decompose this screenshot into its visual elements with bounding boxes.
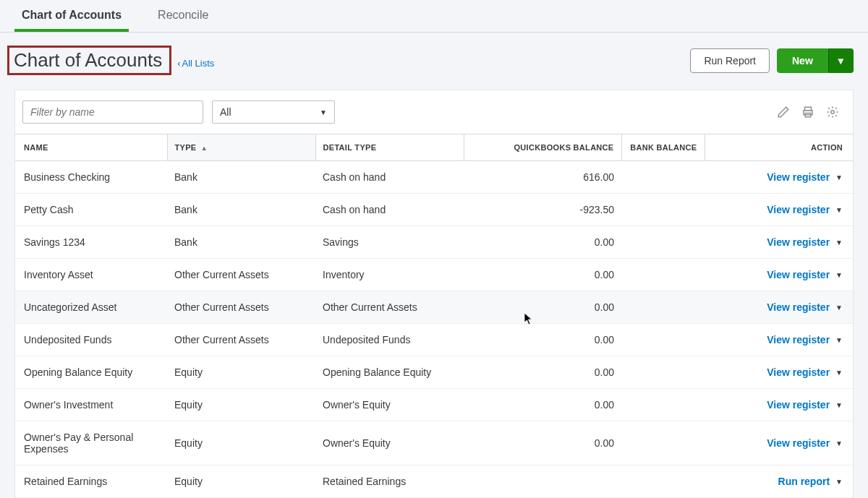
- new-dropdown-caret[interactable]: ▼: [828, 48, 854, 73]
- cell-bank-balance: [621, 465, 705, 498]
- view-register-link[interactable]: View register▼: [767, 334, 843, 345]
- table-row[interactable]: Inventory AssetOther Current AssetsInven…: [15, 259, 853, 291]
- table-controls: All ▼: [15, 90, 853, 134]
- filter-type-dropdown[interactable]: All ▼: [212, 100, 335, 124]
- cell-name: Savings 1234: [15, 226, 167, 259]
- cell-bank-balance: [621, 421, 705, 465]
- action-link-label: View register: [767, 204, 830, 215]
- table-row[interactable]: Undeposited FundsOther Current AssetsUnd…: [15, 324, 853, 356]
- cell-detail-type: Undeposited Funds: [315, 324, 464, 356]
- cell-action: View register▼: [705, 389, 853, 421]
- cell-type: Equity: [167, 356, 315, 389]
- cell-name: Business Checking: [15, 161, 167, 194]
- caret-down-icon[interactable]: ▼: [835, 336, 843, 344]
- action-link-label: View register: [767, 366, 830, 378]
- col-header-type[interactable]: TYPE ▲: [167, 134, 315, 161]
- cell-quickbooks-balance: -923.50: [464, 194, 621, 226]
- tab-chart-of-accounts[interactable]: Chart of Accounts: [14, 0, 129, 32]
- cell-name: Retained Earnings: [15, 465, 167, 498]
- view-register-link[interactable]: View register▼: [767, 204, 843, 215]
- accounts-table: NAME TYPE ▲ DETAIL TYPE QUICKBOOKS BALAN…: [15, 134, 853, 498]
- tabs-bar: Chart of Accounts Reconcile: [0, 0, 868, 33]
- cell-detail-type: Retained Earnings: [315, 465, 464, 498]
- action-link-label: View register: [767, 301, 830, 313]
- cell-detail-type: Owner's Equity: [315, 421, 464, 465]
- caret-down-icon[interactable]: ▼: [835, 206, 843, 214]
- caret-down-icon[interactable]: ▼: [835, 304, 843, 312]
- view-register-link[interactable]: View register▼: [767, 301, 843, 313]
- table-row[interactable]: Owner's Pay & Personal ExpensesEquityOwn…: [15, 421, 853, 465]
- gear-icon[interactable]: [825, 105, 840, 119]
- caret-down-icon[interactable]: ▼: [835, 271, 843, 279]
- back-link-label: All Lists: [182, 58, 214, 69]
- cell-name: Inventory Asset: [15, 259, 167, 291]
- sort-asc-icon: ▲: [201, 145, 208, 152]
- caret-down-icon[interactable]: ▼: [835, 369, 843, 377]
- caret-down-icon[interactable]: ▼: [835, 173, 843, 181]
- caret-down-icon[interactable]: ▼: [835, 439, 843, 447]
- cell-action: Run report▼: [705, 465, 853, 498]
- cell-detail-type: Savings: [315, 226, 464, 259]
- cell-type: Bank: [167, 226, 315, 259]
- run-report-link[interactable]: Run report▼: [778, 476, 843, 487]
- cell-action: View register▼: [705, 421, 853, 465]
- caret-down-icon: ▼: [836, 56, 846, 66]
- cell-action: View register▼: [705, 259, 853, 291]
- action-link-label: View register: [767, 399, 830, 411]
- filter-by-name-input[interactable]: [22, 100, 203, 124]
- caret-down-icon[interactable]: ▼: [835, 401, 843, 409]
- cell-quickbooks-balance: 0.00: [464, 421, 621, 465]
- cell-type: Other Current Assets: [167, 324, 315, 356]
- cell-name: Undeposited Funds: [15, 324, 167, 356]
- view-register-link[interactable]: View register▼: [767, 171, 843, 183]
- action-link-label: View register: [767, 236, 830, 248]
- tab-reconcile[interactable]: Reconcile: [150, 0, 216, 32]
- edit-icon[interactable]: [776, 105, 791, 119]
- cell-action: View register▼: [705, 194, 853, 226]
- page-title: Chart of Accounts: [7, 46, 171, 75]
- svg-point-3: [831, 111, 835, 114]
- cell-bank-balance: [621, 324, 705, 356]
- col-header-name[interactable]: NAME: [15, 134, 167, 161]
- table-row[interactable]: Owner's InvestmentEquityOwner's Equity0.…: [15, 389, 853, 421]
- action-link-label: View register: [767, 269, 830, 280]
- new-split-button: New ▼: [777, 48, 854, 73]
- cell-type: Equity: [167, 465, 315, 498]
- cell-quickbooks-balance: 0.00: [464, 259, 621, 291]
- view-register-link[interactable]: View register▼: [767, 437, 843, 449]
- view-register-link[interactable]: View register▼: [767, 366, 843, 378]
- cell-bank-balance: [621, 194, 705, 226]
- new-button[interactable]: New: [777, 48, 828, 73]
- caret-down-icon[interactable]: ▼: [835, 239, 843, 246]
- cell-name: Opening Balance Equity: [15, 356, 167, 389]
- table-row[interactable]: Petty CashBankCash on hand-923.50View re…: [15, 194, 853, 226]
- print-icon[interactable]: [801, 105, 815, 119]
- cell-action: View register▼: [705, 161, 853, 194]
- filter-type-value: All: [220, 106, 231, 118]
- caret-down-icon[interactable]: ▼: [835, 478, 843, 486]
- back-link-all-lists[interactable]: ‹ All Lists: [177, 58, 214, 69]
- view-register-link[interactable]: View register▼: [767, 269, 843, 280]
- table-row[interactable]: Uncategorized AssetOther Current AssetsO…: [15, 291, 853, 324]
- run-report-button[interactable]: Run Report: [690, 48, 770, 73]
- cell-detail-type: Other Current Assets: [315, 291, 464, 324]
- view-register-link[interactable]: View register▼: [767, 399, 843, 411]
- action-link-label: Run report: [778, 476, 830, 487]
- cell-detail-type: Inventory: [315, 259, 464, 291]
- view-register-link[interactable]: View register▼: [767, 236, 843, 248]
- table-row[interactable]: Retained EarningsEquityRetained Earnings…: [15, 465, 853, 498]
- cell-bank-balance: [621, 161, 705, 194]
- col-header-bank-balance[interactable]: BANK BALANCE: [621, 134, 705, 161]
- col-header-quickbooks-balance[interactable]: QUICKBOOKS BALANCE: [464, 134, 621, 161]
- cell-action: View register▼: [705, 324, 853, 356]
- action-link-label: View register: [767, 437, 830, 449]
- table-row[interactable]: Opening Balance EquityEquityOpening Bala…: [15, 356, 853, 389]
- table-row[interactable]: Savings 1234BankSavings0.00View register…: [15, 226, 853, 259]
- cell-action: View register▼: [705, 291, 853, 324]
- table-row[interactable]: Business CheckingBankCash on hand616.00V…: [15, 161, 853, 194]
- cell-type: Bank: [167, 194, 315, 226]
- action-link-label: View register: [767, 334, 830, 345]
- cell-name: Petty Cash: [15, 194, 167, 226]
- col-header-detail-type[interactable]: DETAIL TYPE: [315, 134, 464, 161]
- cell-type: Other Current Assets: [167, 259, 315, 291]
